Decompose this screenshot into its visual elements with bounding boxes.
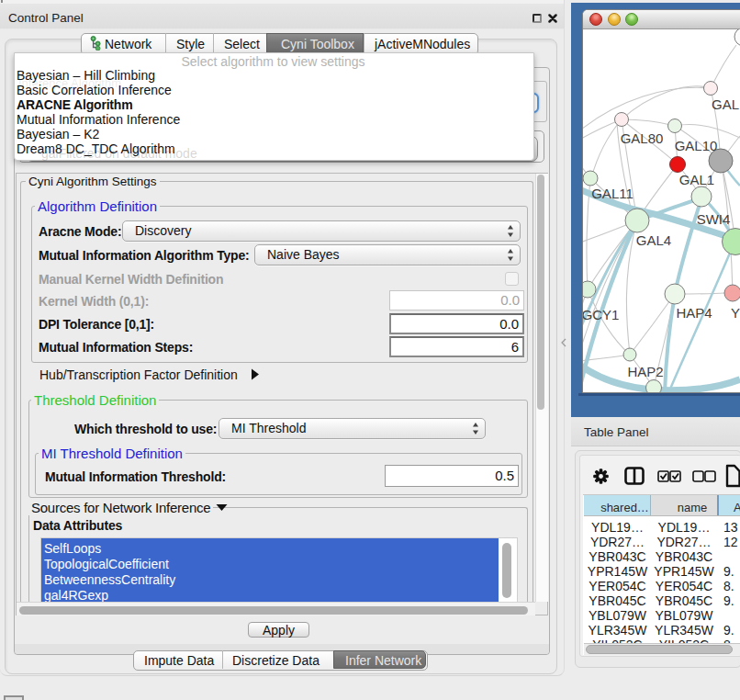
svg-text:HAP4: HAP4: [676, 305, 712, 321]
svg-text:Y: Y: [731, 305, 740, 321]
svg-text:GAL80: GAL80: [621, 130, 664, 146]
svg-text:GCY1: GCY1: [583, 307, 619, 322]
svg-text:GAL10: GAL10: [675, 138, 718, 153]
svg-text:GAL4: GAL4: [636, 232, 671, 248]
svg-text:GAL11: GAL11: [591, 186, 633, 201]
svg-text:GAL1: GAL1: [679, 172, 714, 187]
svg-text:SWI4: SWI4: [697, 211, 731, 227]
svg-text:GAL: GAL: [712, 96, 739, 112]
svg-text:HAP2: HAP2: [627, 364, 663, 379]
